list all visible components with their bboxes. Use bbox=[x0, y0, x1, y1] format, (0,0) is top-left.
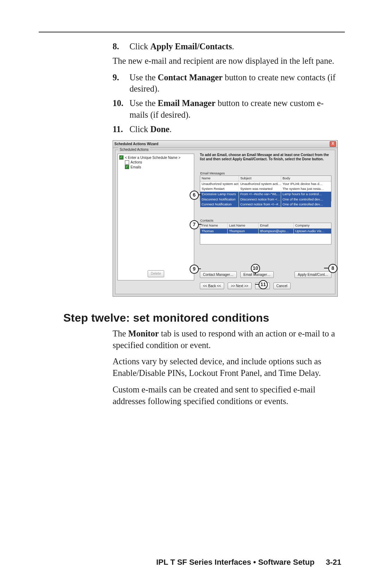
screenshot-figure: Scheduled Actions Wizard X Scheduled Act… bbox=[113, 140, 341, 297]
table-header-row: First Name Last Name Email Company bbox=[200, 223, 331, 229]
manager-button-bar: Contact Manager… Email Manager… Apply Em… bbox=[200, 271, 331, 278]
footer-page-number: 3-21 bbox=[326, 558, 341, 567]
checkbox-icon[interactable]: ✓ bbox=[119, 155, 124, 160]
callout-7: 7 bbox=[190, 220, 199, 229]
callout-10: 10 bbox=[251, 264, 260, 273]
col-last[interactable]: Last Name bbox=[228, 223, 259, 228]
numbered-steps: 8. Click Apply Email/Contacts. bbox=[113, 41, 341, 52]
rule-top bbox=[39, 32, 345, 32]
close-icon[interactable]: X bbox=[330, 141, 336, 147]
page-footer: IPL T SF Series Interfaces • Software Se… bbox=[0, 558, 380, 567]
numbered-steps-cont: 9. Use the Contact Manager button to cre… bbox=[113, 72, 341, 135]
callout-lead bbox=[324, 268, 328, 268]
checkbox-icon[interactable]: ✓ bbox=[125, 165, 129, 169]
footer-chapter: IPL T SF Series Interfaces • Software Se… bbox=[156, 558, 315, 567]
tree-item-emails[interactable]: ✓ Emails bbox=[125, 165, 192, 169]
callout-11: 11 bbox=[259, 280, 268, 289]
table-row-selected[interactable]: Connect Notification Connect notice from… bbox=[200, 202, 331, 207]
col-body[interactable]: Body bbox=[281, 176, 331, 181]
table-row[interactable]: Unauthorized system activity Unauthorize… bbox=[200, 181, 331, 187]
window-titlebar: Scheduled Actions Wizard X bbox=[113, 141, 337, 148]
checkbox-icon[interactable] bbox=[125, 160, 129, 165]
schedule-tree-panel: ✓ < Enter a Unique Schedule Name > Actio… bbox=[118, 154, 194, 280]
section-heading-step-twelve: Step twelve: set monitored conditions bbox=[63, 311, 345, 324]
step-11: 11. Click Done. bbox=[113, 124, 341, 135]
col-first[interactable]: First Name bbox=[200, 223, 228, 228]
paragraph: The Monitor tab is used to respond with … bbox=[113, 328, 341, 351]
tree-root[interactable]: ✓ < Enter a Unique Schedule Name > bbox=[119, 155, 192, 160]
step-text: Click Apply Email/Contacts. bbox=[129, 41, 341, 52]
col-company[interactable]: Company bbox=[294, 223, 331, 228]
step-text: Use the Contact Manager button to create… bbox=[129, 72, 341, 95]
email-messages-table[interactable]: Email Messages Name Subject Body Unautho… bbox=[200, 175, 331, 202]
contact-manager-button[interactable]: Contact Manager… bbox=[200, 271, 237, 278]
callout-9: 9 bbox=[190, 265, 199, 274]
step-text: Use the Email Manager button to create n… bbox=[129, 98, 341, 121]
paragraph: Custom e-mails can be created and sent t… bbox=[113, 384, 341, 407]
paragraph: Actions vary by selected device, and inc… bbox=[113, 356, 341, 379]
tree-item-actions[interactable]: Actions bbox=[125, 160, 192, 165]
cancel-button[interactable]: Cancel bbox=[273, 283, 291, 289]
body-column: 8. Click Apply Email/Contacts. The new e… bbox=[113, 41, 341, 297]
apply-email-contacts-button[interactable]: Apply Email/Cont… bbox=[294, 271, 331, 278]
table-row[interactable]: System Restart System was restarted The … bbox=[200, 186, 331, 192]
table-title: Email Messages bbox=[200, 171, 225, 176]
step-number: 11. bbox=[113, 124, 129, 135]
step-9: 9. Use the Contact Manager button to cre… bbox=[113, 72, 341, 95]
next-button[interactable]: >> Next >> bbox=[228, 283, 251, 289]
table-header-row: Name Subject Body bbox=[200, 176, 331, 181]
table-title: Contacts bbox=[200, 218, 214, 223]
delete-button[interactable]: Delete bbox=[148, 270, 164, 277]
group-label: Scheduled Actions bbox=[118, 147, 150, 152]
col-subject[interactable]: Subject bbox=[239, 176, 281, 181]
back-button[interactable]: << Back << bbox=[200, 283, 224, 289]
step-number: 10. bbox=[113, 98, 129, 109]
wizard-window: Scheduled Actions Wizard X Scheduled Act… bbox=[113, 140, 338, 297]
tree-item-label: Emails bbox=[131, 165, 141, 169]
step-8: 8. Click Apply Email/Contacts. bbox=[113, 41, 341, 52]
callout-8: 8 bbox=[328, 264, 337, 273]
callout-lead bbox=[255, 284, 259, 285]
tree-root-label: < Enter a Unique Schedule Name > bbox=[125, 155, 180, 160]
table-row-selected[interactable]: Excessive Lamp Hours From <!--#echo var=… bbox=[200, 192, 331, 197]
table-row-selected[interactable]: Thomas Thompson tthompson@upto… Uptown A… bbox=[200, 229, 331, 234]
tree-item-label: Actions bbox=[131, 160, 142, 165]
contacts-table[interactable]: Contacts First Name Last Name Email Comp… bbox=[200, 223, 331, 245]
col-name[interactable]: Name bbox=[200, 176, 239, 181]
window-title: Scheduled Actions Wizard bbox=[114, 142, 158, 146]
body-column-2: The Monitor tab is used to respond with … bbox=[113, 328, 341, 407]
step-10: 10. Use the Email Manager button to crea… bbox=[113, 98, 341, 121]
table-row-selected[interactable]: Disconnect Notification Disconnect notic… bbox=[200, 197, 331, 202]
col-email[interactable]: Email bbox=[259, 223, 294, 228]
callout-6: 6 bbox=[190, 191, 199, 200]
wizard-instruction: To add an Email, choose an Email Message… bbox=[200, 153, 331, 161]
note-after-step-8: The new e-mail and recipient are now dis… bbox=[113, 55, 341, 67]
step-number: 8. bbox=[113, 41, 129, 52]
step-text: Click Done. bbox=[129, 124, 341, 135]
scheduled-actions-group: Scheduled Actions ✓ < Enter a Unique Sch… bbox=[115, 150, 335, 294]
step-number: 9. bbox=[113, 72, 129, 83]
page: 8. Click Apply Email/Contacts. The new e… bbox=[0, 0, 380, 588]
